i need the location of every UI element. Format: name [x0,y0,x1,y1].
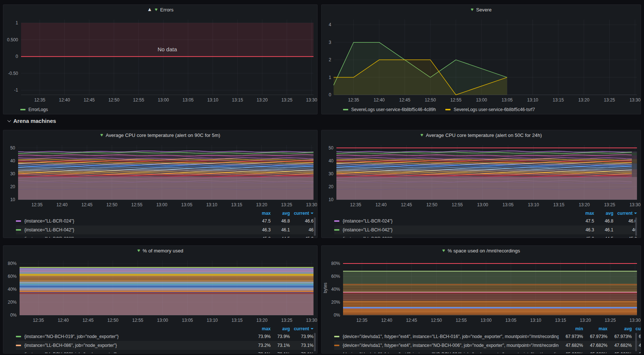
legend-row: {instance="LL-BCH-086", job="node_export… [16,341,314,350]
svg-text:50: 50 [10,145,16,151]
legend-col-current[interactable]: current [290,326,314,331]
panel-space-header[interactable]: ♥ % space used on /mnt/recordings [322,246,641,255]
panel-title: Average CPU core temperature (alert on 9… [106,132,220,138]
svg-text:13:05: 13:05 [503,202,514,207]
series-color-dash [445,109,451,110]
alert-ok-heart-icon: ♥ [442,248,445,253]
panel-severe: ♥ Severe 4321012:3512:4012:4512:5012:551… [321,4,641,114]
svg-text:12:55: 12:55 [451,97,462,103]
svg-text:13:10: 13:10 [207,318,218,323]
legend-col-max[interactable]: max [583,326,607,331]
alert-ok-heart-icon: ♥ [100,132,103,137]
svg-text:0.500: 0.500 [7,37,18,42]
series-color-dash [334,220,339,222]
svg-text:13:30: 13:30 [306,318,317,323]
legend-value-max: 46.3 [251,227,271,232]
svg-text:13:20: 13:20 [256,202,267,207]
alert-ok-heart-icon: ♥ [155,7,158,12]
cpu-50c-chart[interactable]: 504030201012:3512:4012:4512:5012:5513:00… [322,140,641,209]
severe-legend: SevereLogs user-service-6b8bf5c46-4c89h … [322,104,641,114]
panel-cpu-90c-header[interactable]: ♥ Average CPU core temperature (alert on… [3,130,317,140]
svg-text:2: 2 [329,57,331,62]
svg-text:13:00: 13:00 [477,202,488,207]
panel-title: Errors [160,7,174,13]
svg-text:13:10: 13:10 [207,97,218,103]
severe-chart[interactable]: 4321012:3512:4012:4512:5012:5513:0013:05… [322,14,641,104]
legend-col-max[interactable]: max [575,211,594,216]
svg-text:40%: 40% [8,287,17,292]
legend-value-avg: 46.8 [594,218,613,224]
svg-text:80%: 80% [331,261,340,266]
legend-item[interactable]: SevereLogs user-service-6b8bf5c46-tsrf7 [445,107,535,112]
legend-col-avg[interactable]: avg [271,326,290,331]
legend-scrollbar[interactable] [314,333,316,351]
legend-col-max[interactable]: max [251,326,271,331]
sort-caret-icon [311,213,314,214]
errors-legend: ErrorLogs [3,104,317,114]
svg-text:13:15: 13:15 [231,202,242,207]
legend-value-avg: 65.668% [607,352,632,353]
legend-value-min: 67.973% [559,334,583,339]
space-chart[interactable]: 80%60%40%20%0%12:3512:4012:4512:5012:551… [322,255,641,325]
svg-text:20: 20 [10,184,16,189]
legend-col-current[interactable]: current [290,211,314,216]
errors-chart[interactable]: 10.5000-0.50-112:3512:4012:4512:5012:551… [3,14,317,104]
legend-row: {instance="LL-BCH-042"} 46.3 46.1 46 [334,225,637,234]
svg-text:12:45: 12:45 [399,97,410,103]
svg-text:13:05: 13:05 [181,202,192,207]
sort-caret-icon [634,213,637,214]
dashboard-row-3: ♥ % of memory used 80%60%40%20%0%12:3512… [3,245,641,354]
svg-text:12:35: 12:35 [33,318,44,323]
svg-text:12:50: 12:50 [426,202,437,207]
cpu-90c-chart[interactable]: 504030201012:3512:4012:4512:5012:5513:00… [3,140,317,209]
legend-col-avg[interactable]: avg [607,326,632,331]
legend-value-max: 73.9% [251,334,271,339]
legend-value-current: 46.6 [290,218,314,224]
legend-col-min[interactable]: min [559,326,583,331]
svg-text:13:25: 13:25 [604,202,615,207]
legend-header-row: min max avg current [334,325,641,332]
legend-row: {device="/dev/sda1", fstype="ext4", inst… [334,341,641,350]
svg-text:13:00: 13:00 [476,97,487,103]
svg-text:12:35: 12:35 [356,318,367,323]
svg-text:1: 1 [329,75,331,80]
panel-severe-header[interactable]: ♥ Severe [322,5,641,14]
svg-text:13:25: 13:25 [281,97,292,103]
legend-value-current: 46.6 [613,218,637,224]
svg-text:13:00: 13:00 [156,202,167,207]
warning-icon: ▲︎​ [147,7,152,12]
legend-col-avg[interactable]: avg [594,211,613,216]
legend-series-label: SevereLogs user-service-6b8bf5c46-tsrf7 [453,107,535,112]
svg-text:13:10: 13:10 [530,318,541,323]
series-color-dash [16,229,21,231]
memory-legend-table: max avg current {instance="NO-BCH-019", … [3,325,317,353]
panel-memory-header[interactable]: ♥ % of memory used [3,246,317,255]
svg-text:40: 40 [10,158,16,163]
alert-ok-heart-icon: ♥ [421,132,424,137]
series-color-dash [334,229,339,231]
legend-item[interactable]: ErrorLogs [20,107,48,112]
legend-scrollbar[interactable] [635,333,637,351]
svg-text:12:50: 12:50 [107,318,119,323]
legend-col-avg[interactable]: avg [271,211,290,216]
legend-item[interactable]: SevereLogs user-service-6b8bf5c46-4c89h [343,107,436,112]
legend-col-current[interactable]: current [613,211,637,216]
legend-value-current: 46 [613,227,637,232]
legend-value-avg: 73.1% [271,343,290,348]
svg-text:13:15: 13:15 [553,97,564,103]
legend-value-current: 65.668% [632,352,641,353]
legend-col-max[interactable]: max [251,211,271,216]
section-arena-machines[interactable]: Arena machines [3,114,641,127]
svg-text:13:30: 13:30 [630,97,641,103]
legend-scrollbar[interactable] [635,217,637,236]
legend-col-current[interactable]: current [632,326,641,331]
svg-text:13:20: 13:20 [580,318,591,323]
legend-row-clipped: {device="/dev/sda1", fstype="ext4", inst… [334,350,641,353]
severe-chart-area: 4321012:3512:4012:4512:5012:5513:0013:05… [322,14,641,104]
legend-scrollbar[interactable] [314,217,316,236]
panel-cpu-temp-90c: ♥ Average CPU core temperature (alert on… [3,130,318,238]
panel-errors-header[interactable]: ▲︎​ ♥ Errors [3,5,317,14]
memory-chart[interactable]: 80%60%40%20%0%12:3512:4012:4512:5012:551… [3,255,317,325]
svg-text:12:40: 12:40 [56,202,68,207]
panel-cpu-50c-header[interactable]: ♥ Average CPU core temperature (alert on… [322,130,641,140]
